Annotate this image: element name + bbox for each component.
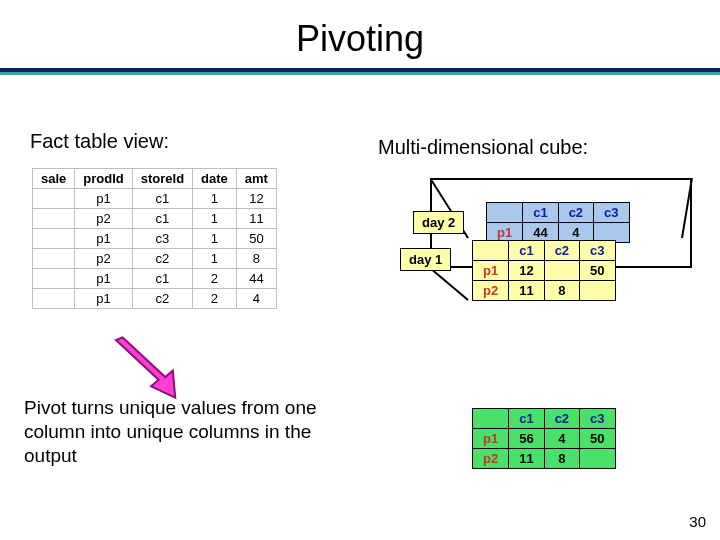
fact-col-hdr: storeId <box>132 169 192 189</box>
pivot-cell: 12 <box>509 261 544 281</box>
fact-cell: c2 <box>132 249 192 269</box>
pivot-cell <box>580 449 615 469</box>
fact-cell <box>33 289 75 309</box>
pivot-col-hdr: c1 <box>509 409 544 429</box>
fact-cell <box>33 189 75 209</box>
fact-cell: 1 <box>193 229 237 249</box>
pivot-cell: 8 <box>544 281 579 301</box>
pivot-col-hdr <box>473 409 509 429</box>
pivot-col-hdr <box>473 241 509 261</box>
fact-cell: p1 <box>75 289 132 309</box>
pivot-col-hdr: c3 <box>594 203 629 223</box>
svg-line-2 <box>430 268 468 300</box>
pivot-col-hdr: c1 <box>509 241 544 261</box>
pivot-cell: 11 <box>509 281 544 301</box>
fact-col-hdr: amt <box>236 169 276 189</box>
pivot-cell: 8 <box>544 449 579 469</box>
pivot-table-day1: c1c2c3p11250p2118 <box>472 240 616 301</box>
pivot-table-sum: c1c2c3p156450p2118 <box>472 408 616 469</box>
fact-cell: c1 <box>132 269 192 289</box>
pivot-cell: 50 <box>580 261 615 281</box>
pivot-col-hdr: c2 <box>544 409 579 429</box>
fact-cell: 8 <box>236 249 276 269</box>
pivot-arrow-icon <box>90 320 210 400</box>
pivot-cell <box>580 281 615 301</box>
fact-cell: 1 <box>193 249 237 269</box>
page-number: 30 <box>689 513 706 530</box>
pivot-col-hdr: c3 <box>580 241 615 261</box>
pivot-col-hdr: c2 <box>544 241 579 261</box>
pivot-cell: 50 <box>580 429 615 449</box>
fact-cell: p1 <box>75 269 132 289</box>
pivot-cell: 56 <box>509 429 544 449</box>
fact-cell: p2 <box>75 249 132 269</box>
pivot-table-day2: c1c2c3p1444 <box>486 202 630 243</box>
fact-cell <box>33 209 75 229</box>
pivot-cell: 4 <box>544 429 579 449</box>
fact-cell <box>33 249 75 269</box>
fact-cell: c1 <box>132 209 192 229</box>
slide-title: Pivoting <box>0 0 720 60</box>
fact-table-label: Fact table view: <box>30 130 169 153</box>
day1-label: day 1 <box>400 248 451 271</box>
fact-cell: 4 <box>236 289 276 309</box>
description-text: Pivot turns unique values from one colum… <box>24 396 364 467</box>
fact-cell: 2 <box>193 289 237 309</box>
fact-cell: p1 <box>75 229 132 249</box>
fact-cell: p2 <box>75 209 132 229</box>
fact-cell: 2 <box>193 269 237 289</box>
pivot-row-hdr: p2 <box>473 449 509 469</box>
title-divider <box>0 68 720 75</box>
pivot-col-hdr <box>487 203 523 223</box>
pivot-row-hdr: p1 <box>473 261 509 281</box>
fact-cell: 11 <box>236 209 276 229</box>
cube-label: Multi-dimensional cube: <box>378 136 588 159</box>
fact-col-hdr: prodId <box>75 169 132 189</box>
pivot-col-hdr: c1 <box>523 203 558 223</box>
fact-cell: c2 <box>132 289 192 309</box>
fact-cell: c1 <box>132 189 192 209</box>
pivot-col-hdr: c3 <box>580 409 615 429</box>
svg-line-1 <box>682 178 692 238</box>
fact-col-hdr: sale <box>33 169 75 189</box>
pivot-cell <box>544 261 579 281</box>
fact-cell: c3 <box>132 229 192 249</box>
fact-cell: 44 <box>236 269 276 289</box>
fact-cell: 12 <box>236 189 276 209</box>
fact-table: saleprodIdstoreIddateamt p1c1112p2c1111p… <box>32 168 277 309</box>
day2-label: day 2 <box>413 211 464 234</box>
fact-cell: 50 <box>236 229 276 249</box>
pivot-row-hdr: p2 <box>473 281 509 301</box>
fact-cell <box>33 229 75 249</box>
pivot-col-hdr: c2 <box>558 203 593 223</box>
fact-col-hdr: date <box>193 169 237 189</box>
fact-cell: 1 <box>193 209 237 229</box>
pivot-cell: 11 <box>509 449 544 469</box>
fact-cell <box>33 269 75 289</box>
fact-cell: 1 <box>193 189 237 209</box>
fact-cell: p1 <box>75 189 132 209</box>
pivot-row-hdr: p1 <box>473 429 509 449</box>
